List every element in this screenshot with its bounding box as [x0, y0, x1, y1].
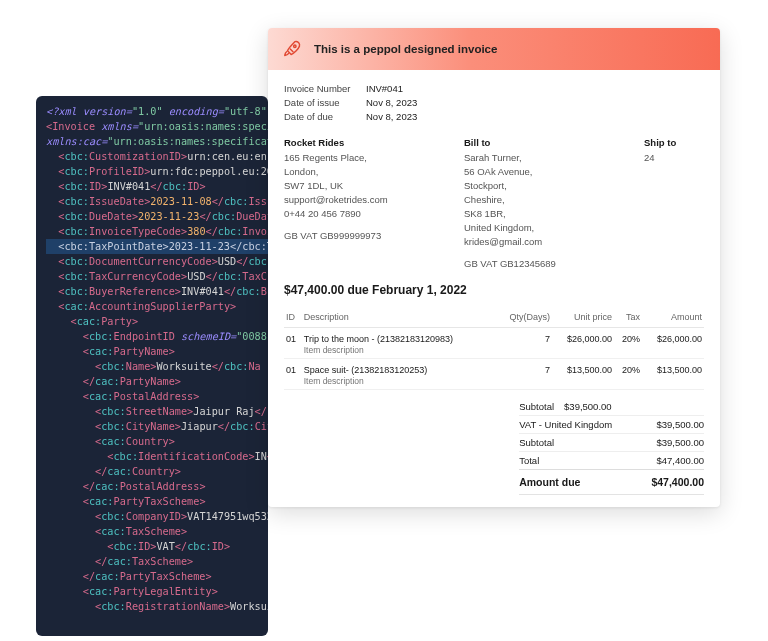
invoice-meta: Invoice NumberINV#041Date of issueNov 8,… — [284, 82, 704, 124]
meta-label: Date of issue — [284, 96, 366, 110]
line-items-table: IDDescriptionQty(Days)Unit priceTaxAmoun… — [284, 307, 704, 390]
address-line: support@roketrides.com — [284, 193, 454, 207]
address-line: krides@gmail.com — [464, 235, 634, 249]
col-amount: Amount — [642, 307, 704, 328]
parties-block: Rocket Rides 165 Regents Place,London,SW… — [284, 136, 704, 271]
table-row: 01Space suit- (21382183120253)Item descr… — [284, 359, 704, 390]
totals-row: Subtotal$39,500.00 — [519, 433, 704, 451]
totals-block: Subtotal$39,500.00VAT - United Kingdom$3… — [284, 398, 704, 495]
seller-name: Rocket Rides — [284, 136, 454, 150]
meta-row: Date of dueNov 8, 2023 — [284, 110, 704, 124]
ship-to-heading: Ship to — [644, 136, 704, 150]
col-desc: Description — [302, 307, 496, 328]
invoice-card: This is a peppol designed invoice Invoic… — [268, 28, 720, 507]
amount-due-headline: $47,400.00 due February 1, 2022 — [284, 283, 704, 297]
amount-due-row: Amount due$47,400.00 — [519, 469, 704, 495]
rocket-icon — [282, 38, 304, 60]
meta-row: Invoice NumberINV#041 — [284, 82, 704, 96]
meta-value: Nov 8, 2023 — [366, 96, 417, 110]
totals-row: VAT - United Kingdom$39,500.00 — [519, 415, 704, 433]
address-line: Sarah Turner, — [464, 151, 634, 165]
meta-label: Date of due — [284, 110, 366, 124]
buyer-column: Bill to Sarah Turner,56 OAk Avenue,Stock… — [464, 136, 644, 271]
address-line: Stockport, — [464, 179, 634, 193]
buyer-vat: GB VAT GB12345689 — [464, 257, 634, 271]
bill-to-heading: Bill to — [464, 136, 634, 150]
svg-point-0 — [294, 45, 296, 47]
totals-row: Subtotal$39,500.00 — [519, 398, 704, 415]
address-line: Cheshire, — [464, 193, 634, 207]
peppol-banner: This is a peppol designed invoice — [268, 28, 720, 70]
address-line: 165 Regents Place, — [284, 151, 454, 165]
col-qty: Qty(Days) — [496, 307, 552, 328]
address-line: 56 OAk Avenue, — [464, 165, 634, 179]
seller-vat: GB VAT GB999999973 — [284, 229, 454, 243]
meta-value: INV#041 — [366, 82, 403, 96]
totals-row: Total$47,400.00 — [519, 451, 704, 469]
meta-label: Invoice Number — [284, 82, 366, 96]
meta-row: Date of issueNov 8, 2023 — [284, 96, 704, 110]
seller-column: Rocket Rides 165 Regents Place,London,SW… — [284, 136, 464, 271]
col-id: ID — [284, 307, 302, 328]
table-row: 01Trip to the moon - (21382183120983)Ite… — [284, 328, 704, 359]
col-unit: Unit price — [552, 307, 614, 328]
meta-value: Nov 8, 2023 — [366, 110, 417, 124]
ship-column: Ship to 24 — [644, 136, 704, 271]
address-line: SK8 1BR, — [464, 207, 634, 221]
ship-to-value: 24 — [644, 151, 704, 165]
banner-title: This is a peppol designed invoice — [314, 43, 497, 55]
col-tax: Tax — [614, 307, 642, 328]
address-line: United Kingdom, — [464, 221, 634, 235]
address-line: 0+44 20 456 7890 — [284, 207, 454, 221]
address-line: London, — [284, 165, 454, 179]
xml-code-block: <?xml version="1.0" encoding="utf-8"?><I… — [36, 96, 268, 636]
address-line: SW7 1DL, UK — [284, 179, 454, 193]
